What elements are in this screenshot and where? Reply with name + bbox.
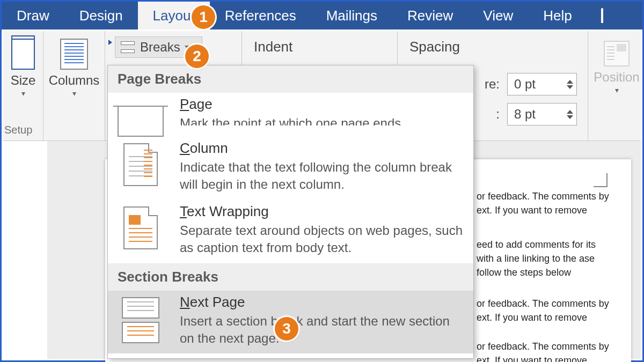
size-icon	[11, 39, 35, 70]
indent-header: Indent	[242, 31, 397, 55]
tab-draw[interactable]: Draw	[2, 2, 64, 29]
lightbulb-icon	[601, 8, 603, 23]
column-break-icon	[123, 143, 158, 186]
menu-item-column-break[interactable]: Column Indicate that the text following …	[108, 137, 473, 200]
tab-references[interactable]: References	[210, 2, 311, 29]
spacing-after-input[interactable]: 8 pt	[507, 103, 577, 125]
text-wrapping-icon	[123, 206, 158, 249]
next-page-desc: Insert a section break and start the new…	[180, 313, 464, 348]
page-break-desc: Mark the point at which one page ends	[180, 115, 464, 125]
columns-icon	[60, 39, 88, 70]
spacing-before-input[interactable]: 0 pt	[507, 73, 577, 95]
document-text: or feedback. The comments by ext. If you…	[477, 297, 614, 324]
size-label: Size	[3, 73, 43, 88]
page-break-icon	[118, 107, 164, 137]
callout-1: 1	[192, 5, 215, 29]
menu-item-page-break[interactable]: Page Mark the point at which one page en…	[108, 93, 473, 137]
document-text: eed to add comments for its with a line …	[477, 238, 614, 279]
columns-button[interactable]: Columns ▾	[43, 31, 105, 141]
tab-design[interactable]: Design	[64, 2, 138, 29]
spinner-arrows[interactable]	[567, 110, 573, 119]
document-text: or feedback. The comments by ext. If you…	[477, 339, 614, 362]
tab-view[interactable]: View	[468, 2, 528, 29]
breaks-label: Breaks	[140, 40, 180, 55]
page-breaks-header: Page Breaks	[108, 65, 473, 93]
tell-me-button[interactable]	[587, 2, 617, 29]
document-text: or feedback. The comments by ext. If you…	[477, 189, 614, 217]
chevron-down-icon: ▾	[588, 86, 644, 94]
menu-item-text-wrapping-break[interactable]: Text Wrapping Separate text around objec…	[108, 200, 473, 263]
position-label: Position	[588, 70, 644, 85]
spacing-before-label: re:	[485, 77, 500, 92]
chevron-down-icon: ▾	[43, 89, 105, 98]
section-breaks-header: Section Breaks	[108, 263, 473, 291]
tab-mailings[interactable]: Mailings	[311, 2, 392, 29]
spacing-before-value: 0 pt	[514, 77, 536, 92]
breaks-icon	[121, 41, 135, 53]
text-wrapping-desc: Separate text around objects on web page…	[180, 222, 464, 257]
margin-corner-icon	[594, 173, 608, 187]
expand-icon	[108, 40, 112, 45]
spacing-after-value: 8 pt	[514, 107, 536, 122]
spinner-arrows[interactable]	[567, 80, 573, 89]
spacing-header: Spacing	[398, 31, 588, 55]
callout-2: 2	[185, 45, 209, 68]
column-break-desc: Indicate that the text following the col…	[180, 159, 464, 194]
position-icon	[604, 41, 630, 67]
position-button: Position ▾	[588, 31, 644, 141]
callout-3: 3	[275, 317, 298, 341]
next-page-icon	[122, 297, 159, 343]
tab-help[interactable]: Help	[528, 2, 587, 29]
breaks-dropdown: Page Breaks Page Mark the point at which…	[107, 65, 474, 359]
tab-review[interactable]: Review	[392, 2, 468, 29]
chevron-down-icon: ▾	[3, 89, 43, 98]
spacing-after-label: :	[496, 107, 500, 122]
columns-label: Columns	[43, 73, 105, 88]
pagesetup-group-label: Setup	[4, 124, 32, 136]
ribbon-tabs: Draw Design Layout References Mailings R…	[2, 2, 642, 29]
